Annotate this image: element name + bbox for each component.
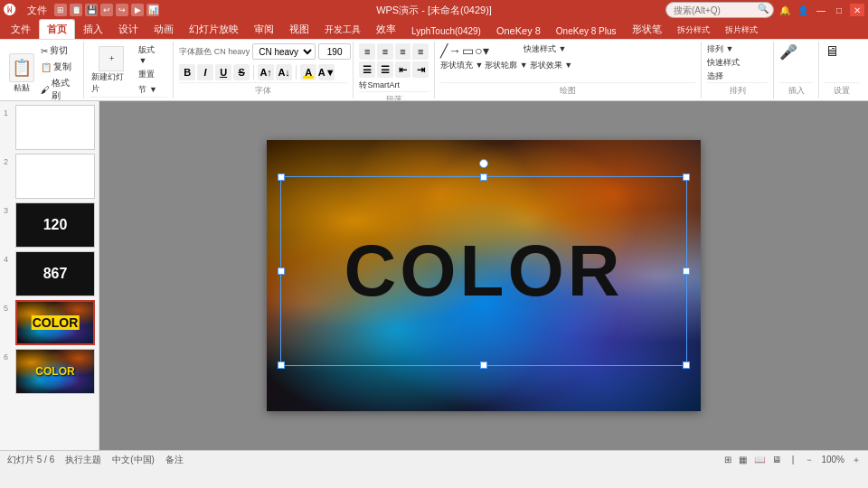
tab-splitsyle[interactable]: 拆分样式 <box>670 22 717 39</box>
tab-dev[interactable]: 开发工具 <box>317 21 368 39</box>
shape-rect[interactable]: ▭ <box>462 43 474 58</box>
shape-outline-btn[interactable]: 形状轮廓 ▼ <box>485 60 527 71</box>
handle-bc[interactable] <box>480 361 487 369</box>
section-btn[interactable]: 节 ▼ <box>136 83 167 97</box>
titlebar-controls: 🔍 🔔 👤 — □ ✕ <box>665 2 864 18</box>
minimize-btn[interactable]: — <box>814 4 828 16</box>
select-btn[interactable]: 选择 <box>707 70 768 82</box>
handle-br[interactable] <box>683 361 690 369</box>
close-btn[interactable]: ✕ <box>850 4 864 16</box>
slide-thumb-2[interactable] <box>15 154 95 199</box>
slide-thumb-6[interactable]: COLOR <box>15 349 95 394</box>
zoom-in-btn[interactable]: ＋ <box>852 454 861 466</box>
tab-animate[interactable]: 动画 <box>146 20 181 39</box>
copy-btn[interactable]: 📋 复制 <box>38 60 80 74</box>
paste-btn[interactable]: 📋 粘贴 <box>7 52 36 96</box>
zoom-out-btn[interactable]: － <box>805 454 814 466</box>
titlebar-menu-file[interactable]: 文件 <box>24 4 51 17</box>
bold-btn[interactable]: B <box>179 64 195 80</box>
num-list-btn[interactable]: ☰ <box>377 61 393 78</box>
shape-more[interactable]: ▾ <box>483 43 489 58</box>
slide-thumb-5[interactable]: COLOR <box>15 300 95 345</box>
user-btn[interactable]: 👤 <box>796 4 810 16</box>
view-reading-btn[interactable]: 📖 <box>754 455 765 465</box>
increase-font-btn[interactable]: A↑ <box>258 64 274 80</box>
strikethrough-btn[interactable]: S <box>233 64 250 80</box>
handle-mr[interactable] <box>683 267 690 275</box>
handle-tr[interactable] <box>683 174 690 181</box>
cut-btn[interactable]: ✂ 剪切 <box>38 43 80 58</box>
slide-item-4[interactable]: 4 867 <box>4 251 95 296</box>
quick-access-save[interactable]: 💾 <box>85 4 98 16</box>
indent-dec-btn[interactable]: ⇤ <box>395 61 411 78</box>
handle-ml[interactable] <box>278 267 285 275</box>
tab-home[interactable]: 首页 <box>39 19 75 39</box>
insert-btn[interactable]: 🎤 <box>779 43 813 61</box>
quick-access-open[interactable]: 📋 <box>70 4 82 16</box>
shape-fill-btn[interactable]: 形状填充 ▼ <box>440 60 483 71</box>
align-right-btn[interactable]: ≡ <box>395 43 411 60</box>
quickstyle-btn[interactable]: 快速样式 ▼ <box>524 43 566 58</box>
slide-thumb-4[interactable]: 867 <box>15 251 95 296</box>
handle-tc[interactable] <box>480 174 487 181</box>
quickstyle2-btn[interactable]: 快速样式 <box>707 57 768 69</box>
slide-thumb-3[interactable]: 120 <box>15 202 95 248</box>
slide-item-3[interactable]: 3 120 <box>4 202 95 248</box>
tab-efficiency[interactable]: 效率 <box>369 20 403 39</box>
tab-onekey8[interactable]: OneKey 8 <box>489 23 548 39</box>
tab-shapepen[interactable]: 形状笔 <box>625 20 669 39</box>
tab-review[interactable]: 审阅 <box>247 20 281 39</box>
slide-item-5[interactable]: 5 COLOR <box>4 300 95 345</box>
handle-tl[interactable] <box>278 174 285 181</box>
tab-slideshow[interactable]: 幻灯片放映 <box>182 20 246 39</box>
tab-insert[interactable]: 插入 <box>76 20 110 39</box>
view-slideshow-btn[interactable]: ▦ <box>739 455 747 465</box>
reset-btn[interactable]: 重置 <box>136 68 167 81</box>
font-name-select[interactable]: CN heavy <box>252 43 316 60</box>
layout-btn[interactable]: 版式 ▼ <box>136 43 167 66</box>
slide-item-6[interactable]: 6 COLOR <box>4 349 95 394</box>
align-center-btn[interactable]: ≡ <box>377 43 393 60</box>
tab-file[interactable]: 文件 <box>4 20 38 39</box>
shape-ellipse[interactable]: ○ <box>475 43 482 58</box>
tab-slidestyle[interactable]: 拆片样式 <box>718 22 765 39</box>
format-painter-btn[interactable]: 🖌 格式刷 <box>38 76 80 101</box>
underline-btn[interactable]: U <box>215 64 231 80</box>
shape-arrow[interactable]: → <box>448 43 461 58</box>
shape-line[interactable]: ╱ <box>440 43 448 58</box>
italic-btn[interactable]: I <box>197 64 213 80</box>
align-left-btn[interactable]: ≡ <box>359 43 375 60</box>
paragraph-controls: ≡ ≡ ≡ ≡ ☰ ☰ ⇤ ⇥ 转SmartArt <box>359 43 428 91</box>
slide-item-1[interactable]: 1 <box>4 105 95 150</box>
rotate-handle[interactable] <box>479 159 488 168</box>
quick-access-redo[interactable]: ↪ <box>116 4 128 16</box>
view-presenter-btn[interactable]: 🖥 <box>772 455 781 465</box>
list-btn[interactable]: ☰ <box>359 61 375 78</box>
quick-access-play[interactable]: ▶ <box>131 4 144 16</box>
handle-bl[interactable] <box>278 361 285 369</box>
quick-access-chart[interactable]: 📊 <box>146 4 159 16</box>
new-slide-btn[interactable]: ＋ 新建幻灯片 <box>90 44 133 97</box>
indent-inc-btn[interactable]: ⇥ <box>412 61 429 78</box>
font-color-btn[interactable]: A <box>300 64 316 80</box>
tab-lyph[interactable]: LyphTouch(0429) <box>404 23 488 39</box>
view-normal-btn[interactable]: ⊞ <box>724 455 731 465</box>
quick-access-new[interactable]: ⊞ <box>54 4 67 16</box>
decrease-font-btn[interactable]: A↓ <box>276 64 292 80</box>
tab-design[interactable]: 设计 <box>111 20 146 39</box>
settings-btn[interactable]: 🖥 <box>825 43 859 60</box>
font-size-input[interactable] <box>318 43 351 60</box>
slide-thumb-1[interactable] <box>15 105 95 150</box>
slide-color-text[interactable]: COLOR <box>344 230 624 313</box>
slide-item-2[interactable]: 2 <box>4 154 95 199</box>
justify-btn[interactable]: ≡ <box>412 43 429 60</box>
notes-btn[interactable]: 备注 <box>165 454 184 466</box>
quick-access-undo[interactable]: ↩ <box>100 4 113 16</box>
shape-effect-btn[interactable]: 形状效果 ▼ <box>530 60 572 71</box>
tab-onekey8plus[interactable]: OneKey 8 Plus <box>549 23 624 39</box>
notification-btn[interactable]: 🔔 <box>778 4 792 16</box>
highlight-btn[interactable]: A▼ <box>318 64 335 80</box>
maximize-btn[interactable]: □ <box>832 4 846 16</box>
arrange-btn[interactable]: 排列 ▼ <box>707 43 768 55</box>
tab-view[interactable]: 视图 <box>282 20 316 39</box>
